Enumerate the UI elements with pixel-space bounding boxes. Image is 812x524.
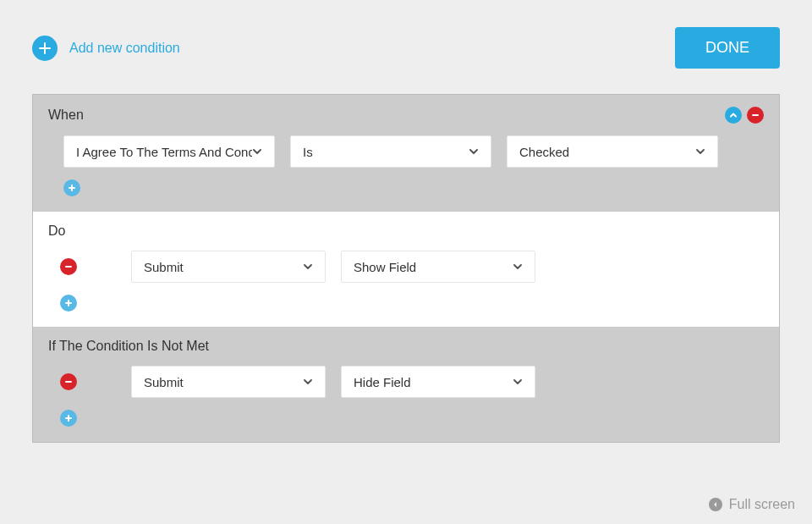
add-do-row-button[interactable] <box>60 295 77 312</box>
fullscreen-label: Full screen <box>729 497 795 512</box>
chevron-down-icon <box>303 262 313 272</box>
plus-icon <box>64 299 73 307</box>
when-title: When <box>48 108 84 123</box>
minus-icon <box>751 111 760 119</box>
when-value-select[interactable]: Checked <box>507 135 718 168</box>
plus-icon <box>64 414 73 422</box>
do-title: Do <box>48 223 65 239</box>
minus-icon <box>64 262 73 271</box>
add-condition-button[interactable]: Add new condition <box>32 36 180 61</box>
do-action-value: Show Field <box>354 260 513 274</box>
remove-else-row-button[interactable] <box>60 373 77 390</box>
else-title: If The Condition Is Not Met <box>48 339 209 354</box>
chevron-down-icon <box>252 146 262 157</box>
when-field-value: I Agree To The Terms And Conditions <box>76 145 252 159</box>
when-operator-select[interactable]: Is <box>290 135 491 168</box>
chevron-down-icon <box>469 146 479 157</box>
else-target-select[interactable]: Submit <box>131 366 326 398</box>
top-bar: Add new condition DONE <box>32 27 780 69</box>
condition-panel: When I Agree To The Terms And Conditions <box>32 94 780 443</box>
plus-icon <box>32 36 58 61</box>
when-section: When I Agree To The Terms And Conditions <box>33 95 779 212</box>
else-section: If The Condition Is Not Met Submit Hide … <box>33 327 779 442</box>
chevron-down-icon <box>513 377 523 387</box>
do-target-select[interactable]: Submit <box>131 251 326 283</box>
when-field-select[interactable]: I Agree To The Terms And Conditions <box>63 135 275 168</box>
fullscreen-button[interactable]: Full screen <box>709 497 795 512</box>
add-condition-label: Add new condition <box>69 41 180 56</box>
chevron-up-icon <box>729 111 738 119</box>
chevron-down-icon <box>695 146 705 157</box>
collapse-button[interactable] <box>725 107 742 124</box>
else-target-value: Submit <box>144 375 303 389</box>
minus-icon <box>64 378 73 386</box>
plus-icon <box>68 184 76 192</box>
done-button[interactable]: DONE <box>675 27 780 69</box>
do-target-value: Submit <box>144 260 303 274</box>
do-section: Do Submit Show Field <box>33 212 779 327</box>
remove-do-row-button[interactable] <box>60 258 77 275</box>
when-value-value: Checked <box>519 145 695 159</box>
do-action-select[interactable]: Show Field <box>341 251 535 283</box>
add-when-row-button[interactable] <box>63 179 80 196</box>
add-else-row-button[interactable] <box>60 410 77 427</box>
chevron-down-icon <box>303 377 313 387</box>
remove-condition-button[interactable] <box>747 107 764 124</box>
chevron-down-icon <box>513 262 523 272</box>
else-action-select[interactable]: Hide Field <box>341 366 535 398</box>
when-operator-value: Is <box>303 145 469 159</box>
arrow-left-icon <box>709 498 722 511</box>
else-action-value: Hide Field <box>354 375 513 389</box>
